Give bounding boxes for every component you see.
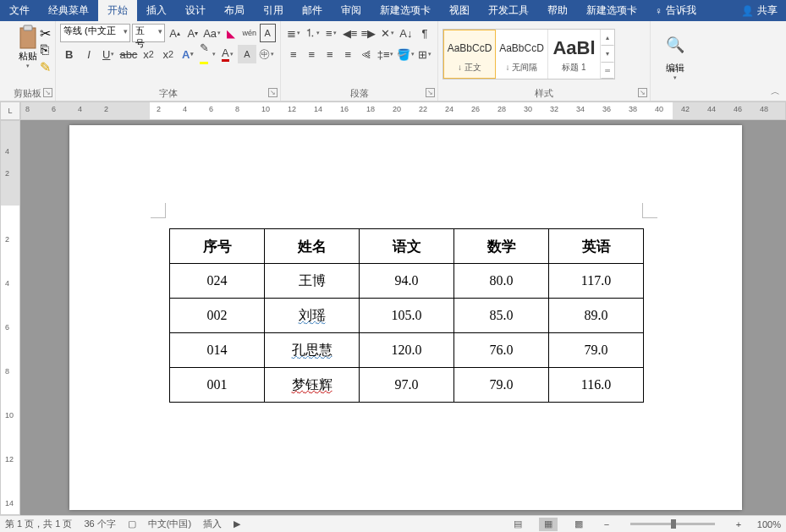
table-header[interactable]: 英语	[549, 229, 644, 264]
table-cell[interactable]: 014	[170, 333, 265, 368]
table-cell[interactable]: 85.0	[454, 299, 549, 333]
tab-new2[interactable]: 新建选项卡	[577, 0, 646, 21]
macro-icon[interactable]: ▶	[234, 518, 240, 529]
table-cell[interactable]: 刘瑶	[265, 299, 360, 333]
language-indicator[interactable]: 中文(中国)	[148, 518, 191, 530]
distribute-button[interactable]: ⫷	[358, 45, 375, 63]
table-cell[interactable]: 94.0	[360, 264, 454, 299]
numbering-button[interactable]: ⒈	[304, 24, 321, 42]
format-painter-button[interactable]: ✎	[37, 59, 52, 74]
font-dialog-launcher[interactable]: ↘	[268, 88, 278, 97]
horizontal-ruler[interactable]: 8642246810121416182022242628303234363840…	[20, 101, 786, 120]
bullets-button[interactable]: ≣	[285, 24, 302, 42]
document-scroll[interactable]: 序号姓名语文数学英语 024王博94.080.0117.0002刘瑶105.08…	[20, 120, 786, 515]
clear-format-button[interactable]: ◣	[223, 24, 239, 42]
table-cell[interactable]: 梦钰辉	[265, 368, 360, 403]
zoom-level[interactable]: 100%	[757, 519, 781, 529]
table-cell[interactable]: 王博	[265, 264, 360, 299]
clipboard-dialog-launcher[interactable]: ↘	[43, 88, 52, 97]
text-effects-button[interactable]: A	[179, 45, 196, 63]
print-layout-button[interactable]: ▦	[539, 518, 558, 531]
table-cell[interactable]: 024	[170, 264, 265, 299]
gallery-up[interactable]: ▴	[601, 30, 614, 46]
table-cell[interactable]: 001	[170, 368, 265, 403]
show-marks-button[interactable]: ¶	[416, 24, 433, 42]
gallery-down[interactable]: ▾	[601, 46, 614, 62]
cut-button[interactable]: ✂	[37, 25, 52, 41]
table-cell[interactable]: 80.0	[454, 264, 549, 299]
zoom-out-button[interactable]: −	[600, 518, 613, 530]
font-name-select[interactable]: 等线 (中文正	[60, 24, 130, 42]
gallery-more[interactable]: ═	[601, 63, 614, 79]
font-size-select[interactable]: 五号	[132, 24, 165, 42]
table-cell[interactable]: 120.0	[360, 333, 454, 368]
align-left-button[interactable]: ≡	[285, 45, 302, 63]
increase-indent-button[interactable]: ≡▶	[360, 24, 377, 42]
tab-insert[interactable]: 插入	[137, 0, 176, 21]
align-center-button[interactable]: ≡	[304, 45, 321, 63]
zoom-in-button[interactable]: +	[732, 518, 745, 530]
asian-layout-button[interactable]: ✕	[379, 24, 396, 42]
share-button[interactable]: 👤 共享	[733, 3, 786, 18]
tab-references[interactable]: 引用	[254, 0, 293, 21]
data-table[interactable]: 序号姓名语文数学英语 024王博94.080.0117.0002刘瑶105.08…	[169, 228, 644, 403]
superscript-button[interactable]: x2	[159, 45, 177, 63]
font-color-button[interactable]: A	[218, 45, 236, 63]
tab-file[interactable]: 文件	[0, 0, 39, 21]
table-cell[interactable]: 97.0	[360, 368, 454, 403]
bold-button[interactable]: B	[60, 45, 78, 63]
table-cell[interactable]: 117.0	[549, 264, 644, 299]
paragraph-dialog-launcher[interactable]: ↘	[426, 88, 435, 97]
tab-design[interactable]: 设计	[176, 0, 215, 21]
spell-check-icon[interactable]: ▢	[128, 518, 136, 529]
tab-mailings[interactable]: 邮件	[293, 0, 332, 21]
table-cell[interactable]: 79.0	[549, 333, 644, 368]
collapse-ribbon-button[interactable]: ︿	[770, 85, 781, 99]
underline-button[interactable]: U	[100, 45, 118, 63]
table-cell[interactable]: 002	[170, 299, 265, 333]
styles-dialog-launcher[interactable]: ↘	[638, 88, 647, 97]
table-header[interactable]: 语文	[360, 229, 454, 264]
table-header[interactable]: 数学	[454, 229, 549, 264]
page-indicator[interactable]: 第 1 页，共 1 页	[5, 518, 72, 530]
shading-button[interactable]: 🪣	[396, 45, 415, 63]
read-mode-button[interactable]: ▤	[508, 518, 527, 531]
align-right-button[interactable]: ≡	[322, 45, 338, 63]
tab-home[interactable]: 开始	[98, 0, 137, 21]
find-button[interactable]: 🔍	[658, 28, 692, 62]
zoom-slider[interactable]	[630, 523, 715, 525]
table-cell[interactable]: 79.0	[454, 368, 549, 403]
vertical-ruler[interactable]: 422468101214	[0, 120, 20, 515]
table-cell[interactable]: 76.0	[454, 333, 549, 368]
table-cell[interactable]: 89.0	[549, 299, 644, 333]
zoom-thumb[interactable]	[671, 519, 676, 529]
shrink-font-button[interactable]: A▾	[184, 24, 201, 42]
table-cell[interactable]: 105.0	[360, 299, 454, 333]
grow-font-button[interactable]: A▴	[167, 24, 183, 42]
highlight-button[interactable]: ✎	[199, 45, 217, 63]
web-layout-button[interactable]: ▩	[569, 518, 588, 531]
insert-mode[interactable]: 插入	[203, 518, 222, 530]
tab-help[interactable]: 帮助	[538, 0, 577, 21]
line-spacing-button[interactable]: ‡≡	[377, 45, 395, 63]
tab-developer[interactable]: 开发工具	[479, 0, 538, 21]
tab-layout[interactable]: 布局	[215, 0, 254, 21]
table-header[interactable]: 姓名	[265, 229, 360, 264]
justify-button[interactable]: ≡	[340, 45, 357, 63]
tab-new1[interactable]: 新建选项卡	[371, 0, 440, 21]
table-cell[interactable]: 116.0	[549, 368, 644, 403]
style-normal[interactable]: AaBbCcD ↓ 正文	[443, 30, 496, 79]
tab-review[interactable]: 审阅	[332, 0, 371, 21]
table-header[interactable]: 序号	[170, 229, 265, 264]
style-nospacing[interactable]: AaBbCcD ↓ 无间隔	[496, 30, 548, 79]
char-border-button[interactable]: A	[260, 24, 276, 42]
decrease-indent-button[interactable]: ◀≡	[341, 24, 358, 42]
change-case-button[interactable]: Aa	[203, 24, 222, 42]
italic-button[interactable]: I	[80, 45, 97, 63]
copy-button[interactable]: ⎘	[37, 42, 52, 58]
tab-selector[interactable]: L	[0, 101, 20, 120]
enclose-char-button[interactable]: ㊥	[258, 45, 276, 63]
word-count[interactable]: 36 个字	[84, 518, 115, 530]
tell-me[interactable]: ♀ 告诉我	[646, 3, 705, 18]
char-shading-button[interactable]: A	[238, 45, 256, 63]
